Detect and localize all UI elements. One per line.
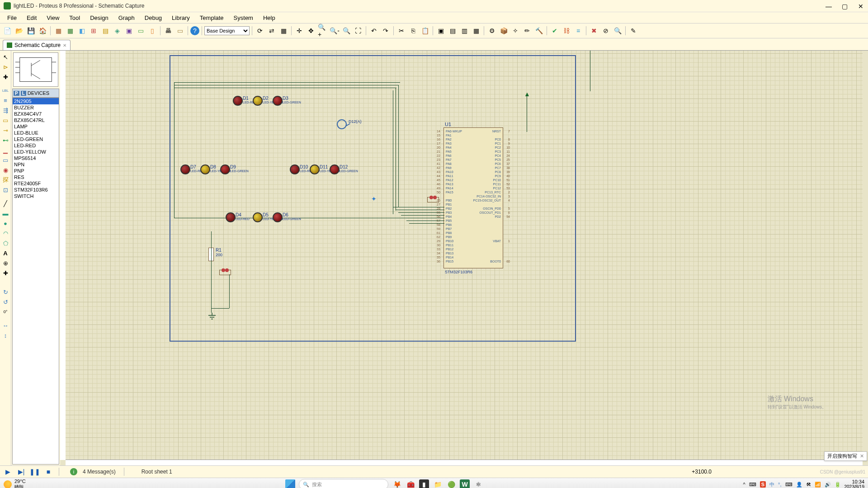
explorer-icon[interactable]: ▤ <box>100 25 111 36</box>
taskbar-proteus[interactable]: ⚛ <box>473 479 483 488</box>
copy-icon[interactable]: ⎘ <box>408 25 419 36</box>
menu-file[interactable]: File <box>3 14 21 22</box>
device-row[interactable]: BZX85C47RL <box>13 117 59 123</box>
device-row[interactable]: LED-RED <box>13 142 59 149</box>
exclude-icon[interactable]: ✖ <box>589 25 599 36</box>
device-row[interactable]: LED-YELLOW <box>13 149 59 155</box>
doc-icon[interactable]: ▯ <box>147 25 158 36</box>
zoom-fit-icon[interactable]: 🔍 <box>341 25 352 36</box>
menu-template[interactable]: Template <box>195 14 228 22</box>
block-delete-icon[interactable]: ▦ <box>471 25 481 36</box>
tray-battery-icon[interactable]: 🔋 <box>835 482 841 488</box>
pin-tool-icon[interactable]: ⊷ <box>1 136 10 145</box>
circle-tool-icon[interactable]: ● <box>1 219 10 228</box>
maximize-button[interactable]: ▢ <box>842 3 848 9</box>
device-row[interactable]: LAMP <box>13 123 59 130</box>
probe-tool-icon[interactable]: 探 <box>1 175 10 184</box>
text-script-icon[interactable]: ≡ <box>1 96 10 105</box>
ime-popup[interactable]: 开启搜狗智写 ✕ <box>824 451 867 461</box>
menu-tool[interactable]: Tool <box>65 14 85 22</box>
weather-widget[interactable]: 29°C 晴朗 <box>0 479 29 488</box>
grid-icon[interactable]: ▦ <box>278 25 289 36</box>
box-tool-icon[interactable]: ▬ <box>1 209 10 218</box>
hammer-icon[interactable]: 🔨 <box>533 25 544 36</box>
close-proj-icon[interactable]: 🏠 <box>37 25 48 36</box>
minimize-button[interactable]: — <box>826 3 832 9</box>
led-d1[interactable]: D1LED-RED <box>233 96 243 106</box>
taskbar-explorer[interactable]: 📁 <box>433 479 443 488</box>
device-row[interactable]: STM32F103R6 <box>13 187 59 193</box>
rotate-ccw-icon[interactable]: ↺ <box>1 297 10 306</box>
tray-sogou-icon[interactable]: S <box>760 481 766 488</box>
save-icon[interactable]: 💾 <box>25 25 36 36</box>
device-row[interactable]: 2N2905 <box>13 98 59 104</box>
print-icon[interactable]: 🖶 <box>163 25 174 36</box>
message-icon[interactable]: i <box>70 468 77 475</box>
device-row[interactable]: LED-BLUE <box>13 130 59 136</box>
taskbar-word[interactable]: W <box>460 479 470 488</box>
tray-volume-icon[interactable]: 🔊 <box>825 482 831 488</box>
help-icon[interactable]: ? <box>190 26 199 35</box>
block-move-icon[interactable]: ▤ <box>447 25 458 36</box>
variant-select[interactable]: Base Design <box>204 26 250 35</box>
start-button[interactable] <box>285 479 295 488</box>
block-copy-icon[interactable]: ▣ <box>435 25 446 36</box>
erc-icon[interactable]: ✔ <box>549 25 560 36</box>
device-row[interactable]: PNP <box>13 168 59 174</box>
tray-ime-icon[interactable]: ⌨ <box>749 482 756 488</box>
mirror-h-icon[interactable]: ↔ <box>1 321 10 330</box>
led-d3[interactable]: D3LED-GREEN <box>273 96 283 106</box>
taskbar-app-2[interactable]: 🧰 <box>406 479 415 488</box>
device-row[interactable]: BZX84C4V7 <box>13 111 59 117</box>
step-button[interactable]: ▶| <box>16 467 26 476</box>
led-d7[interactable]: D7LED-RED <box>180 164 190 174</box>
menu-debug[interactable]: Debug <box>140 14 166 22</box>
bus-tool-icon[interactable]: ⇶ <box>1 106 10 115</box>
menu-graph[interactable]: Graph <box>114 14 139 22</box>
zoom-in-icon[interactable]: 🔍+ <box>317 25 328 36</box>
device-row[interactable]: LED-GREEN <box>13 136 59 142</box>
menu-library[interactable]: Library <box>167 14 194 22</box>
p-button[interactable]: P <box>14 91 19 96</box>
open-icon[interactable]: 📂 <box>14 25 24 36</box>
l-button[interactable]: L <box>21 91 26 96</box>
rotate-cw-icon[interactable]: ↻ <box>1 287 10 296</box>
block-rotate-icon[interactable]: ▥ <box>459 25 470 36</box>
taskbar-chrome[interactable]: 🟢 <box>446 479 456 488</box>
pick-icon[interactable]: ⚙ <box>486 25 497 36</box>
close-button[interactable]: ✕ <box>858 3 864 9</box>
device-row[interactable]: MPS6514 <box>13 155 59 161</box>
tray-chevron-icon[interactable]: ^ <box>743 482 745 487</box>
terminal-icon[interactable]: ⊸ <box>1 126 10 135</box>
flip-icon[interactable]: ⇄ <box>266 25 277 36</box>
gerber-icon[interactable]: ⊞ <box>88 25 99 36</box>
3d-icon[interactable]: ◧ <box>76 25 87 36</box>
tray-dot-icon[interactable]: °, <box>778 482 781 487</box>
symbol-tool-icon[interactable]: ⊕ <box>1 258 10 267</box>
tab-schematic[interactable]: Schematic Capture ✕ <box>3 40 71 50</box>
taskbar-app-1[interactable]: 🦊 <box>392 479 402 488</box>
menu-design[interactable]: Design <box>85 14 113 22</box>
text-tool-icon[interactable]: A <box>1 249 10 258</box>
package-icon[interactable]: 📦 <box>498 25 509 36</box>
taskbar-app-3[interactable]: ▮ <box>419 479 429 488</box>
tab-close-icon[interactable]: ✕ <box>63 43 66 48</box>
pan-icon[interactable]: ✥ <box>306 25 316 36</box>
pcb-icon[interactable]: ▦ <box>65 25 75 36</box>
led-d9[interactable]: D9LED-GREEN <box>220 164 230 174</box>
vsm-icon[interactable]: ◈ <box>112 25 123 36</box>
led-d11[interactable]: D11LED-YELLOW <box>310 164 320 174</box>
tray-tool-icon[interactable]: 🛠 <box>806 482 811 487</box>
graph-tool-icon[interactable]: ▁ <box>1 145 10 155</box>
new-icon[interactable]: 📄 <box>2 25 13 36</box>
device-row[interactable]: SWITCH <box>13 193 59 199</box>
netlist-icon[interactable]: ⛓ <box>561 25 572 36</box>
origin-icon[interactable]: ✛ <box>294 25 305 36</box>
select-tool-icon[interactable]: ↖ <box>1 52 10 61</box>
led-d6[interactable]: D6LED-GREEN <box>273 212 283 222</box>
tape-icon[interactable]: ▭ <box>1 155 10 164</box>
arc-tool-icon[interactable]: ◠ <box>1 229 10 238</box>
cut-icon[interactable]: ✂ <box>396 25 407 36</box>
zoom-area-icon[interactable]: ⛶ <box>353 25 363 36</box>
menu-edit[interactable]: Edit <box>22 14 41 22</box>
